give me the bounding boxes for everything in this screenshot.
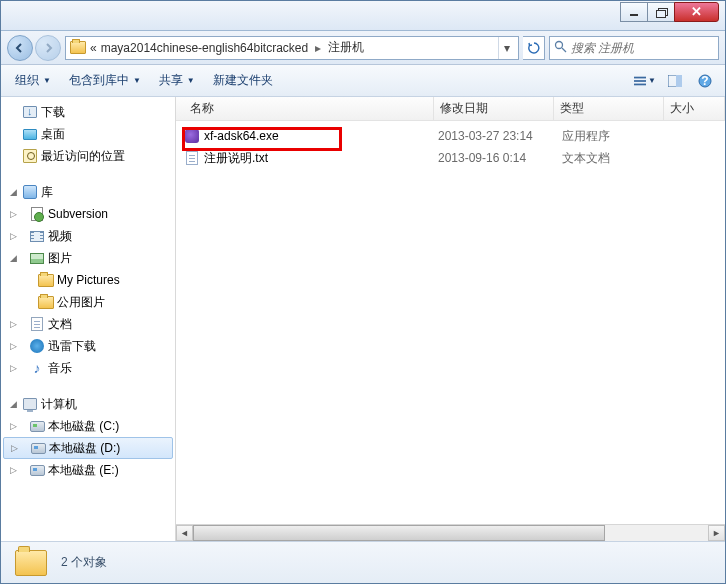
expand-icon[interactable]: ▷ xyxy=(7,231,19,241)
downloads-icon xyxy=(23,106,37,118)
newfolder-label: 新建文件夹 xyxy=(213,72,273,89)
horizontal-scrollbar[interactable]: ◄ ► xyxy=(176,524,725,541)
titlebar: ✕ xyxy=(1,1,725,31)
folder-icon xyxy=(38,296,54,309)
tree-label: 公用图片 xyxy=(57,294,105,311)
file-name: 注册说明.txt xyxy=(204,150,268,167)
preview-pane-button[interactable] xyxy=(663,70,687,92)
desktop-icon xyxy=(23,129,37,140)
file-row[interactable]: xf-adsk64.exe 2013-03-27 23:14 应用程序 xyxy=(180,125,725,147)
expand-icon[interactable]: ▷ xyxy=(7,341,19,351)
help-button[interactable]: ? xyxy=(693,70,717,92)
window-controls: ✕ xyxy=(621,2,719,22)
address-dropdown-icon[interactable]: ▾ xyxy=(498,37,514,59)
sidebar-item-pictures[interactable]: ◢图片 xyxy=(1,247,175,269)
scroll-right-button[interactable]: ► xyxy=(708,525,725,541)
refresh-icon xyxy=(528,42,540,54)
tree-label: 音乐 xyxy=(48,360,72,377)
sidebar-item-mypictures[interactable]: My Pictures xyxy=(1,269,175,291)
scroll-track[interactable] xyxy=(193,525,708,541)
computer-icon xyxy=(23,398,37,410)
tree-label: 库 xyxy=(41,184,53,201)
expand-icon[interactable]: ▷ xyxy=(7,465,19,475)
chevron-down-icon: ▼ xyxy=(648,76,656,85)
sidebar-item-computer[interactable]: ◢计算机 xyxy=(1,393,175,415)
tree-label: 本地磁盘 (D:) xyxy=(49,440,120,457)
sidebar-item-subversion[interactable]: ▷Subversion xyxy=(1,203,175,225)
column-size[interactable]: 大小 xyxy=(664,97,725,120)
expand-icon[interactable]: ▷ xyxy=(7,363,19,373)
file-area[interactable]: xf-adsk64.exe 2013-03-27 23:14 应用程序 注册说明… xyxy=(176,121,725,524)
crumb-separator-icon[interactable]: ▸ xyxy=(312,41,324,55)
help-icon: ? xyxy=(698,74,712,88)
file-row[interactable]: 注册说明.txt 2013-09-16 0:14 文本文档 xyxy=(180,147,725,169)
close-button[interactable]: ✕ xyxy=(674,2,719,22)
organize-menu[interactable]: 组织▼ xyxy=(9,68,57,93)
collapse-icon[interactable]: ◢ xyxy=(7,253,19,263)
svg-text:?: ? xyxy=(701,74,708,88)
crumb-parent[interactable]: maya2014chinese-english64bitcracked xyxy=(101,41,308,55)
preview-pane-icon xyxy=(668,75,682,87)
search-icon xyxy=(554,40,567,56)
view-icon xyxy=(634,75,646,87)
file-list-pane: 名称 修改日期 类型 大小 xf-adsk64.exe 2013-03-27 2… xyxy=(176,97,725,541)
view-options-button[interactable]: ▼ xyxy=(633,70,657,92)
svg-point-0 xyxy=(556,41,563,48)
tree-label: 视频 xyxy=(48,228,72,245)
library-icon xyxy=(23,185,37,199)
sidebar-item-recent[interactable]: 最近访问的位置 xyxy=(1,145,175,167)
file-date: 2013-09-16 0:14 xyxy=(434,151,554,165)
tree-label: 桌面 xyxy=(41,126,65,143)
refresh-button[interactable] xyxy=(523,36,545,60)
sidebar-item-drive-e[interactable]: ▷本地磁盘 (E:) xyxy=(1,459,175,481)
forward-button[interactable] xyxy=(35,35,61,61)
recent-icon xyxy=(23,149,37,163)
documents-icon xyxy=(31,317,43,331)
txt-icon xyxy=(186,151,198,165)
tree-label: 最近访问的位置 xyxy=(41,148,125,165)
subversion-icon xyxy=(31,207,43,221)
collapse-icon[interactable]: ◢ xyxy=(7,399,19,409)
maximize-button[interactable] xyxy=(647,2,675,22)
file-type: 文本文档 xyxy=(558,150,668,167)
scroll-left-button[interactable]: ◄ xyxy=(176,525,193,541)
video-icon xyxy=(30,231,44,242)
expand-icon[interactable]: ▷ xyxy=(8,443,20,453)
chevron-down-icon: ▼ xyxy=(187,76,195,85)
pictures-icon xyxy=(30,253,44,264)
svg-rect-4 xyxy=(634,83,646,85)
expand-icon[interactable]: ▷ xyxy=(7,209,19,219)
column-name[interactable]: 名称 xyxy=(184,97,434,120)
search-box[interactable] xyxy=(549,36,719,60)
collapse-icon[interactable]: ◢ xyxy=(7,187,19,197)
sidebar-item-videos[interactable]: ▷视频 xyxy=(1,225,175,247)
sidebar-item-drive-c[interactable]: ▷本地磁盘 (C:) xyxy=(1,415,175,437)
back-button[interactable] xyxy=(7,35,33,61)
column-date[interactable]: 修改日期 xyxy=(434,97,554,120)
sidebar-item-desktop[interactable]: 桌面 xyxy=(1,123,175,145)
expand-icon[interactable]: ▷ xyxy=(7,421,19,431)
breadcrumb[interactable]: « maya2014chinese-english64bitcracked ▸ … xyxy=(65,36,519,60)
scroll-thumb[interactable] xyxy=(193,525,605,541)
tree-label: 计算机 xyxy=(41,396,77,413)
include-in-library-menu[interactable]: 包含到库中▼ xyxy=(63,68,147,93)
xunlei-icon xyxy=(30,339,44,353)
new-folder-button[interactable]: 新建文件夹 xyxy=(207,68,279,93)
sidebar-item-publicpics[interactable]: 公用图片 xyxy=(1,291,175,313)
sidebar-item-libraries[interactable]: ◢库 xyxy=(1,181,175,203)
sidebar-item-downloads[interactable]: 下载 xyxy=(1,101,175,123)
navigation-pane[interactable]: 下载 桌面 最近访问的位置 ◢库 ▷Subversion ▷视频 ◢图片 My … xyxy=(1,97,176,541)
column-type[interactable]: 类型 xyxy=(554,97,664,120)
crumb-current[interactable]: 注册机 xyxy=(328,39,364,56)
search-input[interactable] xyxy=(571,41,714,55)
sidebar-item-drive-d[interactable]: ▷本地磁盘 (D:) xyxy=(3,437,173,459)
drive-icon xyxy=(31,443,46,454)
sidebar-item-documents[interactable]: ▷文档 xyxy=(1,313,175,335)
expand-icon[interactable]: ▷ xyxy=(7,319,19,329)
share-menu[interactable]: 共享▼ xyxy=(153,68,201,93)
sidebar-item-music[interactable]: ▷♪音乐 xyxy=(1,357,175,379)
arrow-left-icon xyxy=(15,43,25,53)
tree-label: 下载 xyxy=(41,104,65,121)
sidebar-item-xunlei[interactable]: ▷迅雷下载 xyxy=(1,335,175,357)
minimize-button[interactable] xyxy=(620,2,648,22)
